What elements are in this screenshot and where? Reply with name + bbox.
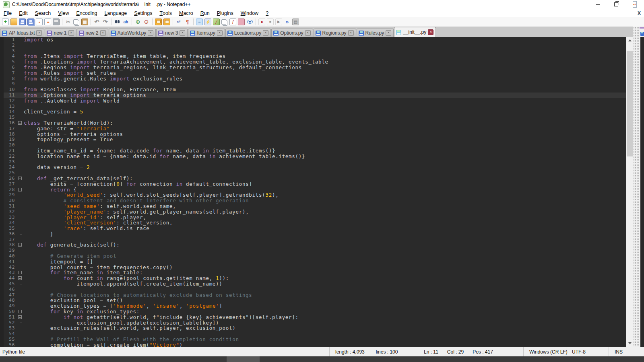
print-icon[interactable] [53,19,60,25]
tab-close-icon[interactable]: × [263,30,268,36]
tab-options-py[interactable]: Options.py× [271,29,313,37]
monitoring-icon[interactable] [246,19,253,25]
code-line[interactable]: 12from ..AutoWorld import World [0,98,626,104]
code-line[interactable]: 47 # Choose locations to automatically e… [0,292,626,298]
bookmark-margin[interactable] [0,265,4,270]
bookmark-margin[interactable] [0,237,4,243]
fold-marker-icon[interactable] [17,270,24,276]
show-indent-guide-icon[interactable] [196,19,203,25]
save-all-icon[interactable] [27,19,34,25]
code-line[interactable]: 20 [0,142,626,148]
code-line[interactable]: 38 def generate_basic(self): [0,242,626,248]
folder-as-workspace-icon[interactable] [238,19,245,25]
menu-run[interactable]: Run [197,9,213,17]
code-line[interactable]: 31 'seed_name': self.world.seed_name, [0,204,626,209]
bookmark-margin[interactable] [0,303,4,309]
code-line[interactable]: 32 'player_name': self.world.get_player_… [0,209,626,215]
code-line[interactable]: 9 [0,81,626,87]
minimize-button[interactable] [588,0,607,9]
start-record-icon[interactable] [258,19,265,25]
code-line[interactable]: 56 completion = self.create_item("Victor… [0,342,626,347]
code-line[interactable]: 6from .Regions import terraria_regions, … [0,65,626,70]
replace-icon[interactable] [122,19,129,25]
status-insert-mode[interactable]: INS [609,347,644,356]
bookmark-margin[interactable] [0,109,4,115]
tab-autoworld-py[interactable]: AutoWorld.py× [109,29,156,37]
bookmark-margin[interactable] [0,281,4,287]
code-line[interactable]: 3 [0,48,626,54]
tab-close-icon[interactable]: × [36,30,42,36]
tab-close-icon[interactable]: × [386,30,391,36]
tab-close-icon[interactable]: × [180,30,185,36]
menu-settings[interactable]: Settings [130,9,156,17]
bookmark-margin[interactable] [0,126,4,132]
bookmark-margin[interactable] [0,315,4,320]
tab-ap-ideas-txt[interactable]: AP Ideas.txt× [0,29,44,37]
new-file-icon[interactable] [2,19,9,25]
code-line[interactable]: 49 exclusion_types = ['hardmode', 'insan… [0,303,626,309]
code-line[interactable]: 53 exclusion_rules(self.world, self.play… [0,325,626,331]
code-line[interactable]: 33 'player_id': self.player, [0,215,626,220]
zoom-out-icon[interactable] [143,19,150,25]
zoom-in-icon[interactable] [134,19,141,25]
view-splitter[interactable] [633,27,640,347]
bookmark-margin[interactable] [0,59,4,65]
code-line[interactable]: 1import os [0,37,626,43]
bookmark-margin[interactable] [0,120,4,126]
bookmark-margin[interactable] [0,287,4,292]
menu-file[interactable]: File [0,9,15,17]
sync-vertical-icon[interactable] [155,19,162,25]
code-line[interactable]: 55 # Prefill the Wall of Flesh with the … [0,337,626,342]
bookmark-margin[interactable] [0,204,4,209]
bookmark-margin[interactable] [0,276,4,281]
close-icon[interactable] [36,19,43,25]
code-line[interactable]: 30 # consistent and doesn't interfere wi… [0,198,626,204]
code-line[interactable]: 45 itempool.append(self.create_item(item… [0,281,626,287]
code-line[interactable]: 34 'client_version': client_version, [0,220,626,226]
save-macro-icon[interactable] [292,19,299,25]
vertical-scrollbar[interactable] [626,37,633,347]
code-line[interactable]: 18 options = terraria_options [0,132,626,137]
find-icon[interactable] [114,19,121,25]
bookmark-margin[interactable] [0,231,4,237]
code-line[interactable]: 41 itempool = [] [0,259,626,265]
bookmark-margin[interactable] [0,187,4,193]
fold-marker-icon[interactable] [17,309,24,315]
function-list-icon[interactable] [229,19,236,25]
fold-marker-icon[interactable] [17,242,24,248]
code-line[interactable]: 42 pool_counts = item_frequencies.copy() [0,265,626,270]
redo-icon[interactable] [102,19,109,25]
bookmark-margin[interactable] [0,87,4,93]
tab-items-py[interactable]: Items.py× [188,29,225,37]
menu-view[interactable]: View [54,9,72,17]
bookmark-margin[interactable] [0,220,4,226]
bookmark-margin[interactable] [0,137,4,142]
stop-record-icon[interactable] [267,19,274,25]
menu-window[interactable]: Window [237,9,262,17]
menu-plugins[interactable]: Plugins [213,9,237,17]
save-icon[interactable] [19,19,26,25]
code-line[interactable]: 46 [0,287,626,292]
menu-language[interactable]: Language [101,9,131,17]
bookmark-margin[interactable] [0,37,4,43]
bookmark-margin[interactable] [0,104,4,109]
document-list-icon[interactable] [221,19,226,25]
bookmark-margin[interactable] [0,132,4,137]
code-line[interactable]: 16class TerrariaWorld(World): [0,120,626,126]
tab-close-icon[interactable]: × [428,29,433,35]
bookmark-margin[interactable] [0,226,4,231]
code-line[interactable]: 23 [0,159,626,165]
code-line[interactable]: 13 [0,104,626,109]
code-line[interactable]: 17 game: str = "Terraria" [0,126,626,132]
bookmark-margin[interactable] [0,253,4,259]
close-all-icon[interactable] [44,19,51,25]
tab-locations-py[interactable]: Locations.py× [225,29,271,37]
tab-new-3[interactable]: new 3× [156,29,188,37]
code-line[interactable]: 2 [0,43,626,48]
code-line[interactable]: 8from worlds.generic.Rules import exclus… [0,76,626,82]
sync-horizontal-icon[interactable] [163,19,170,25]
word-wrap-icon[interactable] [175,19,182,25]
bookmark-margin[interactable] [0,81,4,87]
tab-close-icon[interactable]: × [148,30,153,36]
code-line[interactable]: 10from BaseClasses import Region, Entran… [0,87,626,93]
